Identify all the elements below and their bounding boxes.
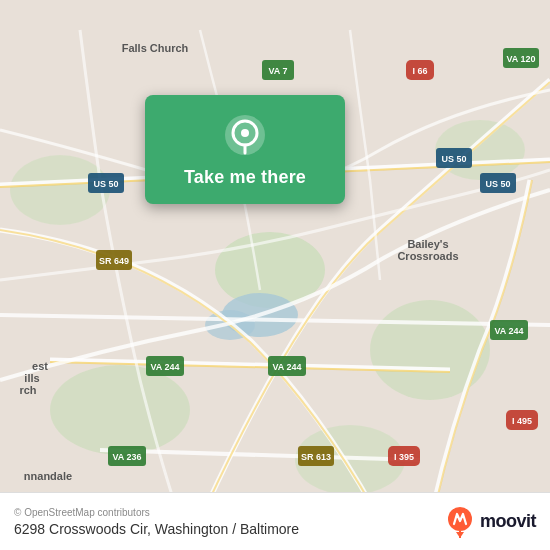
svg-text:nnandale: nnandale [24,470,72,482]
map-container: US 50 US 50 US 50 VA 7 I 66 VA 120 SR 64… [0,0,550,550]
bottom-left: © OpenStreetMap contributors 6298 Crossw… [14,507,299,537]
address-text: 6298 Crosswoods Cir, Washington / Baltim… [14,521,299,537]
svg-text:I 395: I 395 [394,452,414,462]
svg-text:US 50: US 50 [485,179,510,189]
svg-text:Crossroads: Crossroads [397,250,458,262]
take-me-there-button[interactable]: Take me there [184,167,306,188]
svg-point-52 [241,129,249,137]
svg-point-3 [370,300,490,400]
location-pin-icon [223,113,267,157]
svg-text:rch: rch [19,384,36,396]
svg-text:VA 120: VA 120 [506,54,535,64]
svg-text:VA 244: VA 244 [272,362,301,372]
svg-marker-54 [456,532,464,538]
svg-text:VA 7: VA 7 [268,66,287,76]
bottom-bar: © OpenStreetMap contributors 6298 Crossw… [0,492,550,550]
svg-text:SR 613: SR 613 [301,452,331,462]
attribution-text: © OpenStreetMap contributors [14,507,299,518]
svg-text:Bailey's: Bailey's [407,238,448,250]
svg-text:SR 649: SR 649 [99,256,129,266]
map-background: US 50 US 50 US 50 VA 7 I 66 VA 120 SR 64… [0,0,550,550]
svg-text:US 50: US 50 [93,179,118,189]
svg-text:Falls Church: Falls Church [122,42,189,54]
moovit-logo: moovit [444,506,536,538]
moovit-icon [444,506,476,538]
svg-text:ills: ills [24,372,39,384]
popup-card[interactable]: Take me there [145,95,345,204]
svg-text:VA 236: VA 236 [112,452,141,462]
svg-text:VA 244: VA 244 [150,362,179,372]
svg-text:VA 244: VA 244 [494,326,523,336]
svg-text:I 495: I 495 [512,416,532,426]
svg-point-2 [50,365,190,455]
moovit-label: moovit [480,511,536,532]
svg-text:US 50: US 50 [441,154,466,164]
svg-text:est: est [32,360,48,372]
svg-text:I 66: I 66 [412,66,427,76]
